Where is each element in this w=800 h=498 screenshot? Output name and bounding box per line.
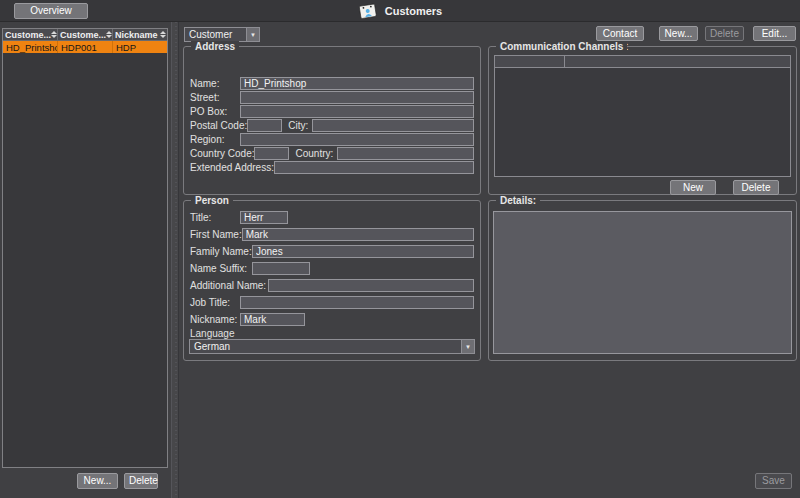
cell-customer-name: HD_Printshop (3, 41, 58, 53)
column-header-label: Nickname (115, 30, 158, 40)
cell-customer-id: HDP001 (58, 41, 113, 53)
additional-name-field[interactable] (268, 279, 474, 292)
family-name-label: Family Name: (190, 246, 252, 257)
column-header-label: Custome... (60, 30, 106, 40)
communication-channels-table-header (495, 56, 790, 68)
person-groupbox: Person Title: First Name: Family Name: N… (183, 200, 481, 361)
channel-delete-button[interactable]: Delete (733, 180, 779, 195)
postal-code-field[interactable] (247, 119, 282, 132)
additional-name-label: Additional Name: (190, 280, 268, 291)
table-row-selected[interactable]: HD_Printshop HDP001 HDP (3, 41, 167, 53)
cell-nickname: HDP (113, 41, 168, 53)
sort-icon (106, 31, 112, 38)
name-suffix-field[interactable] (252, 262, 310, 275)
comm-column-1[interactable] (495, 56, 565, 67)
language-select[interactable]: German ▼ (189, 339, 475, 354)
name-suffix-label: Name Suffix: (190, 263, 252, 274)
delete-customer-button[interactable]: Delete (705, 26, 744, 41)
pobox-label: PO Box: (190, 106, 240, 117)
record-type-value: Customer (185, 28, 246, 41)
region-field[interactable] (240, 133, 474, 146)
first-name-field[interactable] (242, 228, 474, 241)
list-delete-button[interactable]: Delete (124, 473, 158, 489)
language-label: Language (190, 328, 235, 339)
family-name-field[interactable] (252, 245, 474, 258)
nickname-label: Nickname: (190, 314, 240, 325)
customers-card-icon (358, 2, 378, 20)
top-bar: Customers (0, 0, 800, 22)
communication-channels-title: Communication Channels (496, 41, 627, 52)
customer-list-header: Custome... Custome... Nickname (3, 29, 167, 41)
chevron-down-icon: ▼ (461, 340, 474, 353)
overview-button[interactable]: Overview (14, 3, 88, 19)
column-header-label: Custome... (5, 30, 51, 40)
communication-channels-groupbox: Communication Channels New Delete (488, 46, 797, 195)
country-field[interactable] (337, 147, 474, 160)
column-header-customer-name[interactable]: Custome... (3, 29, 58, 40)
chevron-down-icon: ▼ (246, 28, 259, 41)
channel-new-button[interactable]: New (670, 180, 716, 195)
customer-list-table: Custome... Custome... Nickname HD_Prints… (2, 28, 168, 468)
title-label: Title: (190, 212, 240, 223)
title-bar-center: Customers (0, 0, 800, 22)
column-header-customer-id[interactable]: Custome... (58, 29, 113, 40)
extended-address-label: Extended Address: (190, 162, 274, 173)
country-label: Country: (289, 148, 337, 159)
new-customer-button[interactable]: New... (659, 26, 698, 41)
city-field[interactable] (312, 119, 474, 132)
sort-icon (51, 31, 57, 38)
language-value: German (190, 340, 461, 353)
save-button[interactable]: Save (755, 473, 792, 489)
region-label: Region: (190, 134, 240, 145)
details-groupbox-title: Details: (496, 195, 540, 206)
country-code-label: Country Code: (190, 148, 254, 159)
job-title-label: Job Title: (190, 297, 240, 308)
nickname-field[interactable] (240, 313, 305, 326)
sort-icon (160, 31, 166, 38)
job-title-field[interactable] (240, 296, 474, 309)
details-text-area[interactable] (493, 211, 792, 354)
pobox-field[interactable] (240, 105, 474, 118)
postal-code-label: Postal Code: (190, 120, 247, 131)
title-field[interactable] (240, 211, 288, 224)
panel-splitter[interactable] (171, 22, 179, 498)
comm-column-2[interactable] (565, 56, 790, 67)
list-new-button[interactable]: New... (77, 473, 118, 489)
edit-customer-button[interactable]: Edit... (753, 26, 796, 41)
person-groupbox-title: Person (191, 195, 233, 206)
name-label: Name: (190, 78, 240, 89)
city-label: City: (282, 120, 312, 131)
app-window: Customers Overview Contact List New... D… (0, 0, 800, 498)
details-groupbox: Details: (488, 200, 797, 361)
street-field[interactable] (240, 91, 474, 104)
first-name-label: First Name: (190, 229, 242, 240)
country-code-field[interactable] (254, 147, 289, 160)
address-groupbox: Address Name: Street: PO Box: Postal Cod… (183, 46, 481, 195)
record-type-select[interactable]: Customer ▼ (184, 27, 260, 42)
name-field[interactable] (240, 77, 474, 90)
page-title: Customers (385, 5, 442, 17)
communication-channels-table[interactable] (494, 55, 791, 177)
address-groupbox-title: Address (191, 41, 239, 52)
contact-list-button[interactable]: Contact List (596, 26, 644, 41)
street-label: Street: (190, 92, 240, 103)
column-header-nickname[interactable]: Nickname (113, 29, 168, 40)
extended-address-field[interactable] (274, 161, 474, 174)
